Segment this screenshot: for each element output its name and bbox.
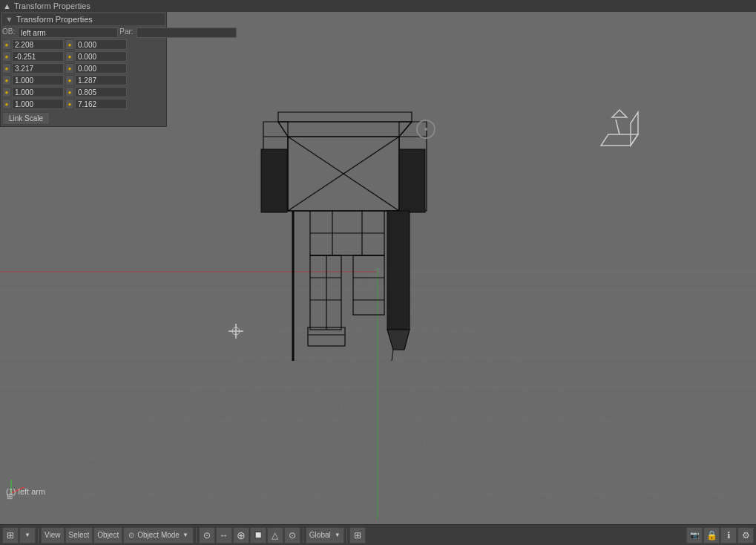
transform-button[interactable]: ↔: [216, 527, 232, 544]
object-mode-dropdown[interactable]: ⊙ Object Mode ▼: [123, 527, 194, 544]
svg-rect-38: [261, 149, 287, 212]
camera-button[interactable]: 📷: [686, 527, 703, 544]
object-info-label: (1) left arm: [6, 487, 45, 496]
loc-x-group: ●: [2, 39, 64, 50]
viewport-dropdown-button[interactable]: ▼: [19, 527, 36, 544]
dim-y-input[interactable]: [75, 87, 127, 97]
blender-icon: ▲: [3, 1, 11, 10]
rot-x-input[interactable]: [75, 39, 127, 50]
scale-y-group: ●: [2, 87, 64, 97]
view-label: View: [45, 531, 61, 539]
panel-header: ▼ Transform Properties: [2, 13, 165, 25]
loc-z-group: ●: [2, 63, 64, 74]
rot-x-group: ●: [65, 39, 127, 50]
object-mode-icon: ⊙: [128, 531, 134, 539]
toolbar-separator-1: [38, 528, 39, 543]
mode-dropdown-arrow: ▼: [183, 532, 188, 538]
snap-triangle-button[interactable]: △: [267, 527, 283, 544]
bottom-toolbar: ⊞ ▼ View Select Object ⊙ Object Mode ▼ ⊙…: [0, 524, 756, 545]
select-label: Select: [69, 531, 90, 539]
layers-button[interactable]: ⊞: [349, 527, 366, 544]
select-menu-button[interactable]: Select: [65, 527, 93, 544]
loc-z-lock[interactable]: ●: [2, 63, 11, 74]
rot-y-lock[interactable]: ●: [65, 51, 74, 62]
scale-dim-row-z: ● ●: [2, 99, 165, 109]
link-scale-button[interactable]: Link Scale: [2, 112, 50, 125]
scale-x-group: ●: [2, 75, 64, 85]
rot-z-group: ●: [65, 63, 127, 74]
viewport-range-button[interactable]: ⊞: [2, 527, 19, 544]
scale-dim-row-y: ● ●: [2, 87, 165, 97]
global-label: Global: [309, 531, 331, 539]
toolbar-separator-2: [196, 528, 197, 543]
scale-z-group: ●: [2, 99, 64, 109]
par-label: Par:: [119, 27, 133, 38]
rot-z-input[interactable]: [75, 63, 127, 74]
global-dropdown[interactable]: Global ▼: [306, 527, 344, 544]
loc-y-input[interactable]: [12, 51, 64, 62]
rot-z-lock[interactable]: ●: [65, 63, 74, 74]
panel-title: Transform Properties: [14, 1, 91, 10]
ob-label: OB:: [2, 27, 15, 38]
panel-title-label: Transform Properties: [16, 15, 93, 24]
scale-y-input[interactable]: [12, 87, 64, 97]
par-input[interactable]: [137, 27, 237, 38]
dim-z-input[interactable]: [75, 99, 127, 109]
scale-y-lock[interactable]: ●: [2, 87, 11, 97]
loc-rot-row-z: ● ●: [2, 63, 165, 74]
view-menu-button[interactable]: View: [41, 527, 65, 544]
svg-point-68: [424, 128, 427, 131]
settings-button[interactable]: ⚙: [737, 527, 754, 544]
scale-z-lock[interactable]: ●: [2, 99, 11, 109]
render-button[interactable]: 🔒: [703, 527, 720, 544]
scale-dim-row-x: ● ●: [2, 75, 165, 85]
loc-z-input[interactable]: [12, 63, 64, 74]
proportional-button[interactable]: ⊙: [284, 527, 300, 544]
toolbar-separator-4: [346, 528, 347, 543]
loc-rot-row-x: ● ●: [2, 39, 165, 50]
loc-x-lock[interactable]: ●: [2, 39, 11, 50]
dim-z-lock[interactable]: ●: [65, 99, 74, 109]
dim-y-lock[interactable]: ●: [65, 87, 74, 97]
object-mode-label: Object Mode: [137, 531, 180, 539]
toolbar-separator-3: [303, 528, 303, 543]
info-button[interactable]: ℹ: [720, 527, 737, 544]
scale-x-input[interactable]: [12, 75, 64, 85]
rot-y-group: ●: [65, 51, 127, 62]
scale-z-input[interactable]: [12, 99, 64, 109]
loc-y-lock[interactable]: ●: [2, 51, 11, 62]
global-dropdown-arrow: ▼: [335, 532, 341, 538]
rot-y-input[interactable]: [75, 51, 127, 62]
ob-par-row: OB: Par:: [2, 27, 165, 38]
loc-y-group: ●: [2, 51, 64, 62]
loc-x-input[interactable]: [12, 39, 64, 50]
panel-collapse-icon[interactable]: ▼: [5, 15, 13, 24]
pivot-button[interactable]: ⊙: [199, 527, 215, 544]
object-menu-button[interactable]: Object: [93, 527, 122, 544]
dim-z-group: ●: [65, 99, 127, 109]
top-info-bar: ▲ Transform Properties: [0, 0, 756, 12]
dim-x-lock[interactable]: ●: [65, 75, 74, 85]
transform-properties-panel: ▼ Transform Properties OB: Par: ● ● ● ●: [0, 12, 167, 127]
ob-input[interactable]: [18, 27, 118, 38]
dim-x-group: ●: [65, 75, 127, 85]
dim-x-input[interactable]: [75, 75, 127, 85]
object-name-overlay: (1) left arm: [6, 487, 45, 496]
cursor-button[interactable]: ⊕: [233, 527, 249, 544]
scale-x-lock[interactable]: ●: [2, 75, 11, 85]
object-label: Object: [97, 531, 119, 539]
dim-y-group: ●: [65, 87, 127, 97]
loc-rot-row-y: ● ●: [2, 51, 165, 62]
svg-rect-54: [387, 211, 410, 330]
svg-rect-39: [399, 149, 425, 212]
snap-button[interactable]: 🔲: [250, 527, 266, 544]
rot-x-lock[interactable]: ●: [65, 39, 74, 50]
